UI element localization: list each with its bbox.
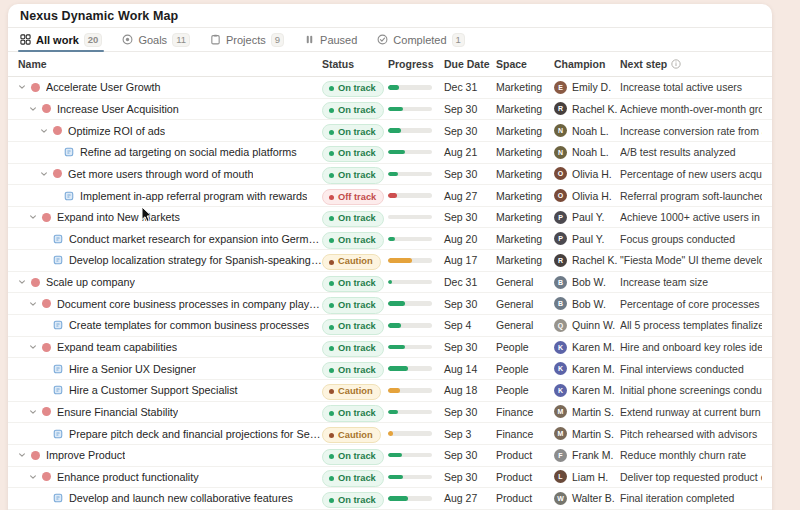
status-badge[interactable]: Caution — [322, 254, 381, 270]
table-row[interactable]: Scale up company On track Dec 31 General… — [8, 272, 772, 294]
item-name[interactable]: Scale up company — [46, 276, 135, 288]
avatar: B — [554, 297, 567, 310]
chevron-down-icon[interactable] — [40, 170, 53, 178]
table-row[interactable]: Create templates for common business pro… — [8, 315, 772, 337]
column-header-name[interactable]: Name — [8, 58, 322, 70]
status-badge[interactable]: On track — [322, 102, 384, 118]
table-row[interactable]: Optimize ROI of ads On track Sep 30 Mark… — [8, 120, 772, 142]
name-cell: Conduct market research for expansion in… — [8, 233, 322, 245]
item-name[interactable]: Conduct market research for expansion in… — [69, 233, 322, 245]
chevron-down-icon[interactable] — [18, 83, 31, 91]
tab-paused[interactable]: Paused — [304, 28, 357, 51]
space-label: Marketing — [496, 103, 554, 115]
chevron-down-icon[interactable] — [29, 300, 42, 308]
chevron-down-icon[interactable] — [29, 473, 42, 481]
status-badge[interactable]: On track — [322, 81, 384, 97]
status-badge[interactable]: On track — [322, 319, 384, 335]
progress-bar — [388, 301, 432, 306]
table-row[interactable]: Document core business processes in comp… — [8, 293, 772, 315]
item-name[interactable]: Prepare pitch deck and financial project… — [69, 428, 322, 440]
column-header-status[interactable]: Status — [322, 58, 388, 70]
table-row[interactable]: Hire a Customer Support Specialist Cauti… — [8, 380, 772, 402]
table-row[interactable]: Hire a Senior UX Designer On track Aug 1… — [8, 358, 772, 380]
item-name[interactable]: Develop and launch new collaborative fea… — [69, 492, 293, 504]
status-badge[interactable]: On track — [322, 470, 384, 486]
column-header-champion[interactable]: Champion — [554, 58, 620, 70]
status-badge[interactable]: On track — [322, 297, 384, 313]
name-cell: Increase User Acquisition — [8, 103, 322, 115]
item-name[interactable]: Create templates for common business pro… — [69, 319, 309, 331]
status-badge[interactable]: On track — [322, 167, 384, 183]
table-row[interactable]: Increase User Acquisition On track Sep 3… — [8, 99, 772, 121]
status-badge[interactable]: On track — [322, 362, 384, 378]
table-row[interactable]: Conduct market research for expansion in… — [8, 228, 772, 250]
chevron-down-icon[interactable] — [29, 408, 42, 416]
column-header-space[interactable]: Space — [496, 58, 554, 70]
goal-icon — [42, 299, 51, 308]
item-name[interactable]: Document core business processes in comp… — [57, 298, 322, 310]
tab-all-work[interactable]: All work 20 — [20, 28, 102, 51]
status-badge[interactable]: On track — [322, 276, 384, 292]
progress-bar — [388, 128, 432, 133]
status-badge[interactable]: On track — [322, 211, 384, 227]
status-badge[interactable]: Caution — [322, 427, 381, 443]
chevron-down-icon[interactable] — [18, 278, 31, 286]
avatar: N — [554, 146, 567, 159]
tab-goals[interactable]: Goals 11 — [122, 28, 190, 51]
status-dot-icon — [329, 411, 334, 416]
item-name[interactable]: Expand team capabilities — [57, 341, 177, 353]
tab-completed[interactable]: Completed 1 — [377, 28, 465, 51]
project-icon — [53, 429, 63, 439]
status-badge[interactable]: On track — [322, 124, 384, 140]
item-name[interactable]: Expand into New Markets — [57, 211, 180, 223]
table-row[interactable]: Expand team capabilities On track Sep 30… — [8, 337, 772, 359]
chevron-down-icon[interactable] — [40, 127, 53, 135]
status-badge[interactable]: On track — [322, 449, 384, 465]
status-badge[interactable]: Off track — [322, 189, 384, 205]
item-name[interactable]: Improve Product — [46, 449, 125, 461]
item-name[interactable]: Implement in-app referral program with r… — [80, 190, 307, 202]
item-name[interactable]: Hire a Customer Support Specialist — [69, 384, 238, 396]
table-row[interactable]: Refine ad targeting on social media plat… — [8, 142, 772, 164]
item-name[interactable]: Increase User Acquisition — [57, 103, 179, 115]
chevron-down-icon[interactable] — [29, 213, 42, 221]
chevron-down-icon[interactable] — [18, 451, 31, 459]
item-name[interactable]: Accelerate User Growth — [46, 81, 161, 93]
table-row[interactable]: Improve Product On track Sep 30 Product … — [8, 445, 772, 467]
item-name[interactable]: Develop localization strategy for Spanis… — [69, 254, 322, 266]
table-row[interactable]: Accelerate User Growth On track Dec 31 M… — [8, 77, 772, 99]
item-name[interactable]: Enhance product functionality — [57, 471, 199, 483]
champion-name: Quinn W. — [572, 319, 615, 331]
item-name[interactable]: Refine ad targeting on social media plat… — [80, 146, 297, 158]
column-header-due-date[interactable]: Due Date — [444, 58, 496, 70]
chevron-down-icon[interactable] — [29, 105, 42, 113]
item-name[interactable]: Optimize ROI of ads — [68, 125, 165, 137]
item-name[interactable]: Ensure Financial Stability — [57, 406, 178, 418]
status-badge[interactable]: On track — [322, 146, 384, 162]
table-row[interactable]: Develop and launch new collaborative fea… — [8, 488, 772, 510]
item-name[interactable]: Get more users through word of mouth — [68, 168, 253, 180]
item-name[interactable]: Hire a Senior UX Designer — [69, 363, 196, 375]
column-header-next-step[interactable]: Next step — [620, 58, 762, 70]
space-label: General — [496, 319, 554, 331]
champion-name: Olivia H. — [572, 168, 612, 180]
next-step: Increase total active users — [620, 81, 762, 93]
chevron-down-icon[interactable] — [29, 343, 42, 351]
status-badge[interactable]: On track — [322, 405, 384, 421]
tab-projects[interactable]: Projects 9 — [210, 28, 284, 51]
table-row[interactable]: Get more users through word of mouth On … — [8, 164, 772, 186]
next-step: Pitch rehearsed with advisors — [620, 428, 762, 440]
status-badge[interactable]: On track — [322, 232, 384, 248]
grid-icon — [20, 34, 31, 45]
status-badge[interactable]: On track — [322, 492, 384, 508]
status-badge[interactable]: On track — [322, 341, 384, 357]
status-badge[interactable]: Caution — [322, 384, 381, 400]
space-label: People — [496, 341, 554, 353]
table-row[interactable]: Ensure Financial Stability On track Sep … — [8, 402, 772, 424]
table-row[interactable]: Expand into New Markets On track Sep 30 … — [8, 207, 772, 229]
table-row[interactable]: Prepare pitch deck and financial project… — [8, 423, 772, 445]
table-row[interactable]: Develop localization strategy for Spanis… — [8, 250, 772, 272]
table-row[interactable]: Enhance product functionality On track S… — [8, 467, 772, 489]
table-row[interactable]: Implement in-app referral program with r… — [8, 185, 772, 207]
column-header-progress[interactable]: Progress — [388, 58, 444, 70]
